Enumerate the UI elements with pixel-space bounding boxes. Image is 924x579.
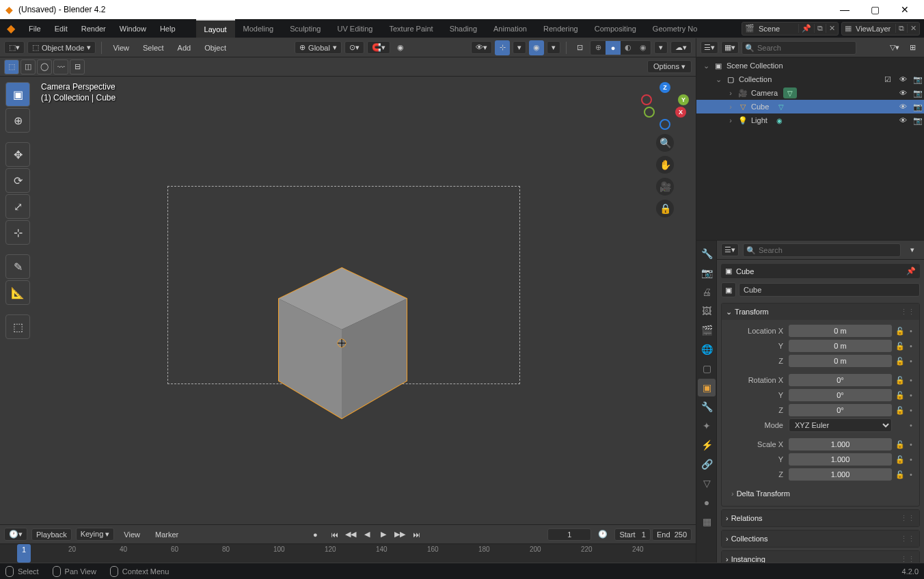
axis-neg-y-icon[interactable]	[644, 107, 655, 118]
select-invert[interactable]: ⊟	[70, 59, 85, 75]
pin-icon[interactable]: 📌	[906, 267, 916, 275]
scale-y-field[interactable]: 1.000	[789, 453, 892, 466]
visibility-dropdown[interactable]: 👁▾	[471, 41, 492, 54]
marker-menu[interactable]: Marker	[150, 530, 184, 539]
axis-y-icon[interactable]: Y	[678, 94, 689, 105]
jump-next-key-button[interactable]: ▶▶	[392, 527, 407, 542]
disable-render-toggle[interactable]: 📷	[912, 103, 924, 111]
options-dropdown[interactable]: Options ▾	[647, 60, 692, 73]
3d-viewport[interactable]: Camera Perspective (1) Collection | Cube…	[0, 77, 696, 524]
tab-object[interactable]: ▣	[698, 379, 716, 396]
new-viewlayer-icon[interactable]: ⧉	[895, 24, 907, 33]
outliner-search-input[interactable]	[742, 41, 856, 55]
axis-z-icon[interactable]: Z	[660, 82, 670, 93]
drag-handle-icon[interactable]: ⋮⋮	[900, 514, 915, 523]
proportional-edit-toggle[interactable]: ◉	[393, 40, 408, 55]
tab-uv-editing[interactable]: UV Editing	[329, 19, 381, 38]
tool-rotate[interactable]: ⟳	[5, 168, 30, 193]
hide-toggle[interactable]: 👁	[897, 89, 909, 97]
preview-range-toggle[interactable]: 🕐	[595, 527, 610, 542]
tab-layout[interactable]: Layout	[196, 19, 235, 38]
lock-icon[interactable]: 🔓	[895, 376, 906, 385]
tab-material[interactable]: ●	[698, 494, 716, 511]
lock-icon[interactable]: 🔓	[895, 391, 906, 400]
render-region-dropdown[interactable]: ☁▾	[670, 41, 692, 54]
menu-file[interactable]: File	[22, 19, 48, 38]
rendered-shading[interactable]: ◉	[636, 41, 651, 55]
keyframe-dot[interactable]: •	[908, 470, 914, 479]
perspective-toggle[interactable]: 🔒	[656, 200, 674, 217]
tree-scene-collection[interactable]: ⌄ ▣ Scene Collection	[696, 59, 924, 72]
panel-collections-header[interactable]: ›Collections⋮⋮	[722, 530, 919, 547]
editor-type-dropdown[interactable]: ⬚▾	[4, 41, 25, 54]
jump-end-button[interactable]: ⏭	[409, 527, 424, 542]
rotation-y-field[interactable]: 0°	[789, 389, 892, 401]
play-reverse-button[interactable]: ◀	[359, 527, 375, 542]
outliner-display-dropdown[interactable]: ☰▾	[701, 41, 718, 54]
drag-handle-icon[interactable]: ⋮⋮	[900, 308, 915, 317]
keyframe-dot[interactable]: •	[908, 440, 914, 448]
axis-x-icon[interactable]: X	[675, 107, 686, 118]
chevron-down-icon[interactable]: ⌄	[714, 75, 722, 84]
play-button[interactable]: ▶	[376, 527, 391, 542]
tab-rendering[interactable]: Rendering	[535, 19, 586, 38]
tab-texture-paint[interactable]: Texture Paint	[381, 19, 441, 38]
start-frame-field[interactable]: Start 1	[614, 528, 651, 541]
tree-collection[interactable]: ⌄ ▢ Collection ☑ 👁 📷	[696, 72, 924, 86]
tool-move[interactable]: ✥	[5, 142, 30, 167]
exclude-toggle[interactable]: ☑	[882, 75, 894, 84]
timeline-editor-dropdown[interactable]: 🕐▾	[4, 528, 27, 541]
tool-cursor[interactable]: ⊕	[5, 108, 30, 133]
tab-modeling[interactable]: Modeling	[235, 19, 282, 38]
gizmo-toggle[interactable]: ⊹	[495, 40, 510, 55]
tab-shading[interactable]: Shading	[441, 19, 485, 38]
drag-handle-icon[interactable]: ⋮⋮	[900, 555, 915, 563]
viewlayer-selector[interactable]: ▦ ⧉ ✕	[841, 22, 920, 36]
rotation-mode-select[interactable]: XYZ Euler	[789, 418, 892, 432]
playhead[interactable]: 1	[17, 544, 31, 563]
tab-viewlayer[interactable]: 🖼	[698, 302, 716, 320]
keyframe-dot[interactable]: •	[908, 327, 914, 335]
playback-menu[interactable]: Playback	[31, 528, 72, 541]
disable-render-toggle[interactable]: 📷	[912, 89, 924, 98]
xray-toggle[interactable]: ⊡	[572, 40, 587, 55]
chevron-right-icon[interactable]: ›	[726, 103, 735, 111]
pin-scene-icon[interactable]: 📌	[798, 24, 814, 33]
maximize-button[interactable]: ▢	[861, 0, 888, 19]
keying-menu[interactable]: Keying ▾	[76, 528, 115, 541]
tab-animation[interactable]: Animation	[485, 19, 535, 38]
select-tweak[interactable]: ⬚	[4, 59, 19, 75]
tree-item-camera[interactable]: › 🎥 Camera ▽ 👁 📷	[696, 86, 924, 100]
tab-tool[interactable]: 🔧	[698, 245, 716, 262]
menu-render[interactable]: Render	[74, 19, 113, 38]
pan-button[interactable]: ✋	[656, 156, 674, 174]
keyframe-dot[interactable]: •	[908, 357, 914, 365]
tab-physics[interactable]: ⚡	[698, 436, 716, 454]
select-lasso[interactable]: 〰	[53, 59, 68, 75]
material-shading[interactable]: ◐	[621, 41, 636, 55]
tab-geometry-nodes[interactable]: Geometry No	[644, 19, 705, 38]
tool-measure[interactable]: 📐	[5, 280, 30, 305]
rotation-x-field[interactable]: 0°	[789, 374, 892, 386]
lock-icon[interactable]: 🔓	[895, 357, 906, 366]
timeline-view-menu[interactable]: View	[118, 530, 146, 539]
keyframe-dot[interactable]: •	[908, 391, 914, 399]
overlay-toggle[interactable]: ◉	[529, 40, 544, 55]
mode-dropdown[interactable]: ⬚ Object Mode ▾	[27, 41, 96, 54]
lock-icon[interactable]: 🔓	[895, 406, 906, 415]
location-x-field[interactable]: 0 m	[789, 325, 892, 337]
wireframe-shading[interactable]: ⊕	[590, 41, 606, 55]
disable-render-toggle[interactable]: 📷	[912, 116, 924, 125]
tab-output[interactable]: 🖨	[698, 283, 716, 301]
solid-shading[interactable]: ●	[606, 41, 621, 55]
tab-texture[interactable]: ▦	[698, 513, 716, 530]
drag-handle-icon[interactable]: ⋮⋮	[900, 535, 915, 543]
scale-z-field[interactable]: 1.000	[789, 468, 892, 481]
tab-collection[interactable]: ▢	[698, 360, 716, 377]
end-frame-field[interactable]: End 250	[652, 528, 692, 541]
lock-icon[interactable]: 🔓	[895, 440, 906, 449]
properties-editor-dropdown[interactable]: ☰▾	[721, 243, 739, 256]
tab-scene[interactable]: 🎬	[698, 321, 716, 339]
lock-icon[interactable]: 🔓	[895, 342, 906, 351]
panel-instancing-header[interactable]: ›Instancing⋮⋮	[722, 551, 919, 563]
